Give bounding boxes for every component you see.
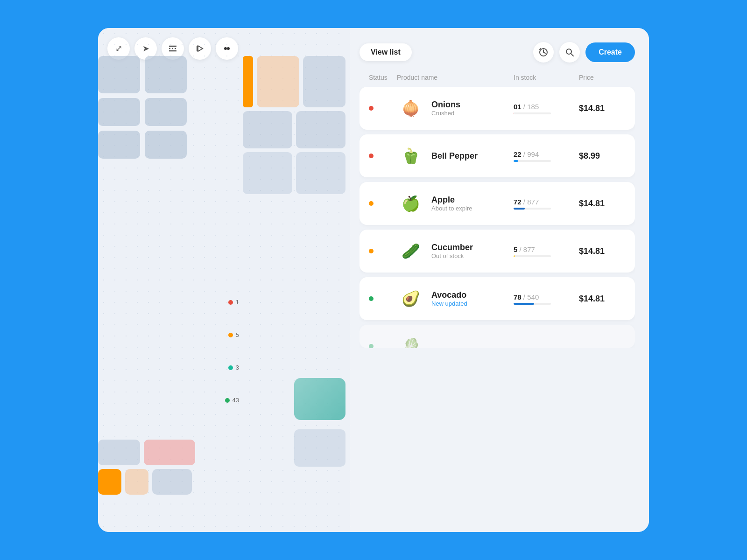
stock-total: / 540: [523, 293, 539, 301]
stock-info: 5 / 877: [514, 245, 579, 257]
dot-label-2: 5: [228, 331, 239, 338]
table-row[interactable]: 🥒 Cucumber Out of stock 5 / 877: [359, 230, 635, 273]
product-info: 🥒 Cucumber Out of stock: [397, 237, 514, 265]
search-button[interactable]: [559, 42, 580, 63]
step-button[interactable]: [189, 37, 211, 60]
dot-value-3: 3: [236, 364, 239, 371]
svg-point-6: [227, 47, 230, 50]
app-card: ⤢ ➤: [98, 28, 649, 532]
block-2: [145, 56, 187, 93]
product-image: 🫑: [397, 142, 425, 170]
svg-line-9: [571, 54, 573, 56]
status-dot: [369, 154, 374, 158]
product-name: Apple: [431, 195, 472, 205]
block-mid-2: [296, 111, 345, 148]
below-teal-block: [294, 429, 345, 467]
block-low-1: [243, 152, 292, 194]
svg-marker-3: [198, 46, 203, 51]
status-dot: [369, 249, 374, 253]
stock-fill: [514, 255, 515, 257]
block-orange: [243, 56, 253, 107]
dot-teal-icon: [228, 365, 233, 370]
col-product-name: Product name: [397, 74, 514, 81]
status-dot: [369, 296, 374, 301]
block-5: [98, 131, 140, 159]
product-subtitle: Crushed: [431, 110, 460, 117]
product-price: $8.99: [579, 151, 626, 161]
product-image: 🧅: [397, 94, 425, 122]
stock-current: 22: [514, 150, 521, 158]
block-4: [145, 98, 187, 126]
block-peach: [257, 56, 299, 107]
dot-value-1: 1: [236, 299, 239, 306]
product-image: 🍏: [397, 189, 425, 217]
block-gray-r: [303, 56, 345, 107]
stock-bar: [514, 160, 551, 162]
stock-info: 01 / 185: [514, 103, 579, 114]
stock-bar: [514, 303, 551, 305]
status-dot: [369, 106, 374, 111]
table-row[interactable]: 🥑 Avocado New updated 78 / 540: [359, 277, 635, 320]
product-price: $14.81: [579, 246, 626, 256]
product-info: 🫑 Bell Pepper: [397, 142, 514, 170]
table-row[interactable]: 🫑 Bell Pepper 22 / 994: [359, 134, 635, 177]
product-info-partial: 🥬: [397, 332, 514, 348]
block-low-2: [296, 152, 345, 194]
stock-total: / 877: [523, 198, 539, 206]
blb-gray-1: [98, 440, 140, 465]
column-headers: Status Product name In stock Price: [359, 74, 635, 87]
block-1: [98, 56, 140, 93]
table-row[interactable]: 🍏 Apple About to expire 72 / 877: [359, 182, 635, 225]
dot-orange-icon: [228, 333, 233, 337]
product-price: $14.81: [579, 199, 626, 209]
col-price: Price: [579, 74, 626, 81]
canvas-grid-left: [98, 56, 187, 159]
history-button[interactable]: [533, 42, 554, 63]
product-info: 🍏 Apple About to expire: [397, 189, 514, 217]
product-name: Bell Pepper: [431, 151, 478, 161]
product-info: 🥑 Avocado New updated: [397, 285, 514, 313]
product-price: $14.81: [579, 294, 626, 304]
stock-bar: [514, 255, 551, 257]
dot-label-1: 1: [228, 299, 239, 306]
stock-bar: [514, 112, 551, 114]
product-name: Onions: [431, 100, 460, 110]
dot-label-4: 43: [225, 397, 239, 404]
block-3: [98, 98, 140, 126]
product-name: Avocado: [431, 290, 467, 300]
product-image-partial: 🥬: [397, 332, 425, 348]
blb-peach: [125, 469, 148, 495]
product-subtitle: About to expire: [431, 205, 472, 212]
stock-current: 78: [514, 293, 521, 301]
stock-info: 72 / 877: [514, 198, 579, 210]
blb-gray-2: [152, 469, 192, 495]
block-mid-1: [243, 111, 292, 148]
svg-point-5: [224, 47, 227, 50]
stock-total: / 185: [523, 103, 539, 111]
table-row[interactable]: 🧅 Onions Crushed 01 / 185: [359, 87, 635, 130]
stock-info: 22 / 994: [514, 150, 579, 162]
header-actions: Create: [533, 42, 635, 63]
list-panel: View list: [350, 28, 649, 532]
table-row-partial: 🥬: [359, 325, 635, 348]
create-button[interactable]: Create: [585, 42, 635, 62]
stock-current: 01: [514, 103, 521, 111]
product-price: $14.81: [579, 104, 626, 113]
stock-total: / 877: [520, 245, 535, 253]
col-in-stock: In stock: [514, 74, 579, 81]
stock-current: 72: [514, 198, 521, 206]
dot-red-icon: [228, 300, 233, 305]
dots-button[interactable]: [216, 37, 238, 60]
canvas-area: ⤢ ➤: [98, 28, 350, 532]
main-container: ⤢ ➤: [0, 0, 747, 560]
status-dot: [369, 201, 374, 206]
product-image: 🥑: [397, 285, 425, 313]
product-list: 🧅 Onions Crushed 01 / 185: [359, 87, 635, 348]
dot-value-2: 5: [236, 331, 239, 338]
view-list-button[interactable]: View list: [359, 43, 412, 61]
list-header: View list: [359, 42, 635, 63]
stock-fill: [514, 112, 514, 114]
stock-bar: [514, 208, 551, 210]
teal-block: [294, 378, 345, 420]
dot-label-3: 3: [228, 364, 239, 371]
